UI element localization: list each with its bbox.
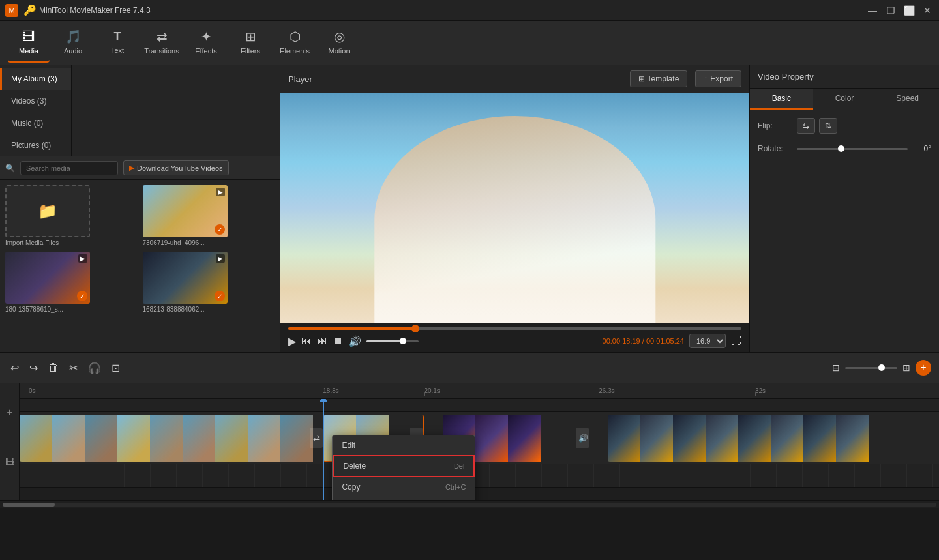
progress-thumb[interactable] bbox=[411, 325, 419, 332]
vid1-label: 7306719-uhd_4096... bbox=[143, 239, 228, 246]
tab-color[interactable]: Color bbox=[813, 89, 876, 110]
rotate-slider[interactable] bbox=[797, 148, 908, 150]
scroll-track bbox=[3, 503, 936, 507]
audio-track-background bbox=[20, 464, 939, 487]
clip-frame bbox=[20, 415, 52, 462]
flip-vertical-button[interactable]: ⇅ bbox=[819, 118, 837, 134]
flip-horizontal-button[interactable]: ⇆ bbox=[797, 118, 815, 134]
stop-button[interactable]: ⏹ bbox=[333, 335, 343, 347]
import-media-item[interactable]: 📁 Import Media Files bbox=[5, 185, 138, 246]
ruler-mark-20s: 20.1s bbox=[424, 387, 440, 394]
media-item-vid2[interactable]: ▶ ✓ 180-135788610_s... bbox=[5, 252, 138, 313]
search-input[interactable] bbox=[20, 161, 118, 175]
toolbar-media[interactable]: 🎞 Media bbox=[8, 23, 50, 63]
vid3-label: 168213-838884062... bbox=[143, 306, 228, 313]
delete-clip-button[interactable]: 🗑 bbox=[46, 359, 61, 376]
next-frame-button[interactable]: ⏭ bbox=[317, 335, 327, 347]
cut-button[interactable]: ✂ bbox=[67, 359, 80, 377]
clip-4[interactable] bbox=[608, 415, 920, 462]
media-item-vid1[interactable]: ▶ ✓ 7306719-uhd_4096... bbox=[143, 185, 275, 246]
ruler-line-32s bbox=[755, 392, 756, 396]
volume-slider[interactable] bbox=[366, 340, 419, 342]
export-button[interactable]: ↑ Export bbox=[695, 70, 741, 87]
timeline-toolbar: ↩ ↪ 🗑 ✂ 🎧 ⊡ ⊟ ⊞ + bbox=[0, 352, 939, 383]
toolbar-filters[interactable]: ⊞ Filters bbox=[230, 23, 271, 63]
toolbar-transitions-label: Transitions bbox=[144, 47, 179, 55]
timeline-ruler: 0s 18.8s 20.1s 26.3s 32s bbox=[20, 383, 939, 399]
sidebar-item-my-album[interactable]: My Album (3) bbox=[0, 68, 71, 90]
playhead[interactable] bbox=[323, 399, 324, 500]
toolbar-audio[interactable]: 🎵 Audio bbox=[52, 23, 94, 63]
player-controls: ▶ ⏮ ⏭ ⏹ 🔊 00:00:18:19 / 00:01:05:24 16:9… bbox=[280, 330, 749, 352]
toolbar-motion[interactable]: ◎ Motion bbox=[318, 23, 360, 63]
yt-download-button[interactable]: ▶ Download YouTube Videos bbox=[123, 160, 229, 175]
sidebar-item-videos[interactable]: Videos (3) bbox=[0, 90, 71, 112]
yt-label: Download YouTube Videos bbox=[137, 164, 223, 172]
ctx-copy[interactable]: Copy Ctrl+C bbox=[333, 477, 475, 497]
clip-frame bbox=[771, 415, 803, 462]
prev-frame-button[interactable]: ⏮ bbox=[301, 335, 312, 347]
sidebar-item-pictures[interactable]: Pictures (0) bbox=[0, 134, 71, 156]
scroll-thumb[interactable] bbox=[3, 503, 55, 507]
clip-frame bbox=[738, 415, 771, 462]
ctx-edit[interactable]: Edit bbox=[333, 435, 475, 455]
clip-frame bbox=[608, 415, 640, 462]
player-progress[interactable] bbox=[280, 323, 749, 330]
zoom-slider[interactable] bbox=[845, 367, 897, 369]
tab-speed[interactable]: Speed bbox=[876, 89, 939, 110]
template-button[interactable]: ⊞ Template bbox=[630, 70, 688, 87]
toolbar-elements[interactable]: ⬡ Elements bbox=[274, 23, 316, 63]
ruler-line-26s bbox=[599, 392, 599, 396]
clip-frame bbox=[280, 415, 313, 462]
crop-button[interactable]: ⊡ bbox=[109, 359, 123, 377]
timeline-scrollbar[interactable] bbox=[0, 500, 939, 508]
clip-1[interactable]: ⇄ bbox=[20, 415, 323, 462]
zoom-out-icon[interactable]: ⊟ bbox=[832, 362, 840, 373]
ctx-delete[interactable]: Delete Del bbox=[333, 455, 475, 477]
aspect-ratio-select[interactable]: 16:9 4:3 1:1 9:16 bbox=[689, 334, 726, 348]
toolbar-text[interactable]: T Text bbox=[97, 23, 138, 63]
media-topbar: 🔍 ▶ Download YouTube Videos bbox=[0, 156, 280, 180]
toolbar-effects[interactable]: ✦ Effects bbox=[185, 23, 227, 63]
zoom-thumb bbox=[878, 364, 885, 371]
progress-bar[interactable] bbox=[288, 327, 741, 330]
rotate-thumb bbox=[838, 145, 844, 152]
toolbar-audio-label: Audio bbox=[64, 47, 82, 55]
ruler-line-0s bbox=[29, 392, 29, 396]
fullscreen-button[interactable]: ⛶ bbox=[731, 335, 741, 347]
left-panel: My Album (3) Videos (3) Music (0) Pictur… bbox=[0, 65, 280, 352]
maximize-button[interactable]: ⬜ bbox=[902, 4, 916, 17]
restore-button[interactable]: ❐ bbox=[884, 4, 897, 17]
titlebar: M 🔑 MiniTool MovieMaker Free 7.4.3 — ❐ ⬜… bbox=[0, 0, 939, 21]
ruler-mark-0s: 0s bbox=[29, 387, 36, 394]
media-item-vid3[interactable]: ▶ ✓ 168213-838884062... bbox=[143, 252, 275, 313]
empty-track-row bbox=[20, 399, 939, 412]
close-button[interactable]: ✕ bbox=[921, 4, 934, 17]
export-icon: ↑ bbox=[704, 74, 708, 83]
volume-thumb bbox=[400, 338, 406, 344]
clip-frame bbox=[640, 415, 673, 462]
transitions-icon: ⇄ bbox=[156, 29, 168, 44]
toolbar-transitions[interactable]: ⇄ Transitions bbox=[141, 23, 183, 63]
clip-frame bbox=[475, 415, 508, 462]
media-icon: 🎞 bbox=[22, 29, 35, 44]
add-media-icon[interactable]: + bbox=[7, 407, 12, 417]
add-track-button[interactable]: + bbox=[916, 360, 931, 376]
audio-track bbox=[20, 464, 939, 488]
progress-fill bbox=[288, 327, 415, 330]
audio-detach-button[interactable]: 🎧 bbox=[85, 359, 104, 377]
flip-row: Flip: ⇆ ⇅ bbox=[758, 118, 931, 134]
undo-button[interactable]: ↩ bbox=[8, 359, 22, 377]
minimize-button[interactable]: — bbox=[866, 4, 879, 17]
property-tabs: Basic Color Speed bbox=[750, 89, 939, 110]
clip-1-transition-btn[interactable]: ⇄ bbox=[310, 428, 323, 448]
vid2-check: ✓ bbox=[77, 291, 87, 301]
elements-icon: ⬡ bbox=[290, 29, 301, 44]
search-magnifier-icon: 🔍 bbox=[5, 164, 15, 173]
volume-button[interactable]: 🔊 bbox=[348, 335, 361, 347]
sidebar-item-music[interactable]: Music (0) bbox=[0, 112, 71, 134]
play-button[interactable]: ▶ bbox=[288, 335, 296, 347]
zoom-in-icon[interactable]: ⊞ bbox=[902, 362, 910, 373]
tab-basic[interactable]: Basic bbox=[750, 89, 813, 110]
redo-button[interactable]: ↪ bbox=[27, 359, 40, 377]
